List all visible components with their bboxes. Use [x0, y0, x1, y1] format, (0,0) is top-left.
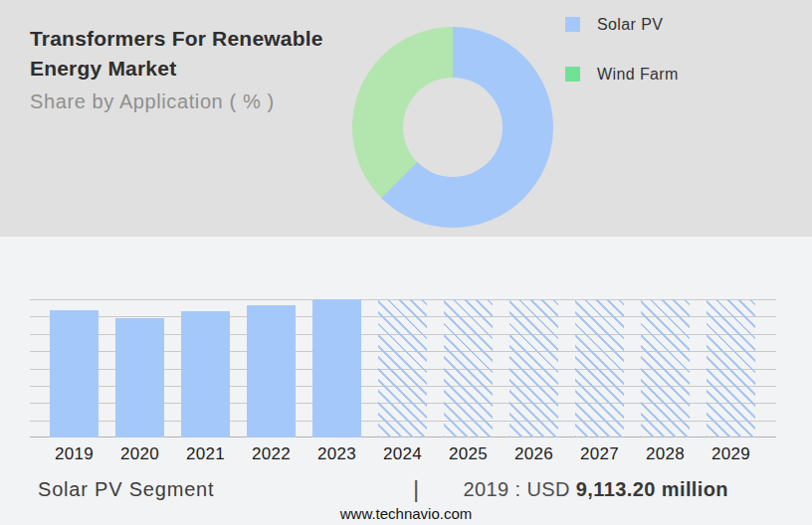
- bar-2019: [50, 310, 99, 438]
- bar-chart: 2019202020212022202320242025202620272028…: [30, 299, 776, 438]
- donut-chart: [352, 27, 553, 228]
- chart-legend: Solar PV Wind Farm: [565, 17, 679, 116]
- legend-item-wind-farm: Wind Farm: [565, 67, 679, 82]
- segment-caption: Solar PV Segment: [38, 478, 214, 501]
- infographic: Transformers For Renewable Energy Market…: [0, 0, 812, 525]
- forecast-bar-2025: [444, 299, 493, 438]
- legend-item-solar-pv: Solar PV: [565, 17, 679, 32]
- legend-label-wind-farm: Wind Farm: [597, 66, 679, 84]
- legend-swatch-wind-farm: [565, 67, 580, 82]
- chart-band: 2019202020212022202320242025202620272028…: [0, 237, 812, 525]
- forecast-bar-2028: [641, 299, 690, 438]
- forecast-bar-2027: [575, 299, 624, 438]
- footer-link[interactable]: www.technavio.com: [0, 505, 812, 522]
- legend-label-solar-pv: Solar PV: [597, 16, 663, 34]
- bar-2022: [247, 305, 296, 438]
- x-axis-label-2022: 2022: [242, 444, 302, 464]
- legend-swatch-solar-pv: [565, 17, 580, 32]
- page-title-line2: Energy Market: [30, 54, 358, 84]
- header-band: Transformers For Renewable Energy Market…: [0, 0, 812, 237]
- x-axis-label-2028: 2028: [636, 444, 696, 464]
- x-axis-label-2025: 2025: [439, 444, 499, 464]
- x-axis-label-2024: 2024: [373, 444, 433, 464]
- market-value-amount: 9,113.20 million: [576, 478, 728, 500]
- header-text-block: Transformers For Renewable Energy Market…: [30, 24, 358, 113]
- forecast-bar-2026: [509, 299, 558, 438]
- donut-hole: [403, 78, 503, 177]
- x-axis-label-2023: 2023: [307, 444, 367, 464]
- forecast-bar-2029: [707, 299, 755, 438]
- forecast-bar-2024: [378, 299, 427, 438]
- market-value-prefix: 2019 : USD: [463, 478, 575, 500]
- page-title-line1: Transformers For Renewable: [30, 24, 358, 54]
- caption-separator: |: [413, 475, 419, 503]
- x-axis-label-2027: 2027: [570, 444, 630, 464]
- x-axis-label-2020: 2020: [110, 444, 170, 464]
- chart-subtitle: Share by Application ( % ): [30, 90, 358, 113]
- x-axis-label-2019: 2019: [45, 444, 104, 464]
- market-value-caption: 2019 : USD 9,113.20 million: [463, 478, 728, 501]
- x-axis-label-2029: 2029: [702, 444, 761, 464]
- x-axis-label-2021: 2021: [176, 444, 236, 464]
- page-title: Transformers For Renewable Energy Market: [30, 24, 358, 84]
- bar-2021: [181, 311, 230, 438]
- bar-2020: [115, 318, 164, 438]
- x-axis-label-2026: 2026: [505, 444, 564, 464]
- bar-2023: [312, 299, 361, 438]
